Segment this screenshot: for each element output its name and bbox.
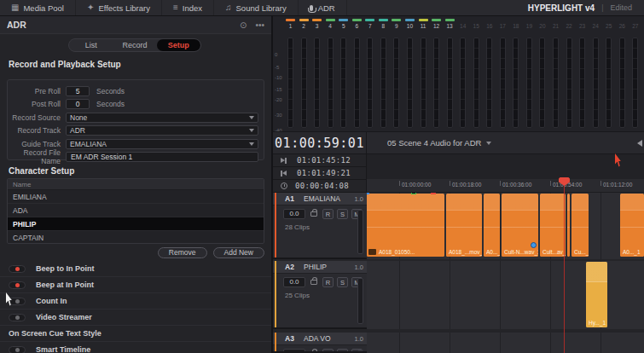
record-track-select[interactable]: ADR bbox=[66, 125, 258, 136]
field-label: Post Roll bbox=[8, 100, 66, 108]
lock-icon[interactable] bbox=[310, 280, 317, 285]
audio-clip[interactable]: Hy..._1 bbox=[586, 262, 607, 327]
track-r-button[interactable]: R bbox=[322, 209, 334, 219]
timeline-start-marker[interactable] bbox=[367, 193, 369, 194]
tab-record[interactable]: Record bbox=[113, 39, 156, 51]
track-clip-count: 28 Clips bbox=[285, 223, 367, 231]
clip-blue-marker[interactable] bbox=[531, 242, 537, 248]
audio-clip[interactable]: A0..._1 bbox=[484, 194, 500, 257]
chevron-down-icon bbox=[249, 129, 254, 132]
channel-number: 18 bbox=[510, 23, 521, 29]
in-point-timecode[interactable]: 01:01:45:12 bbox=[297, 156, 351, 165]
audio-clip[interactable]: A018_01050... bbox=[367, 194, 444, 257]
record-source-select[interactable]: None bbox=[66, 113, 258, 123]
grid-line bbox=[500, 261, 501, 329]
speaker-icon[interactable] bbox=[637, 140, 642, 147]
pre-roll-input[interactable]: 5 bbox=[66, 86, 90, 96]
post-roll-input[interactable]: 0 bbox=[66, 99, 90, 109]
option-row-beep-at-in-point[interactable]: Beep at In Point bbox=[0, 277, 271, 293]
duration-timecode[interactable]: 00:00:04:08 bbox=[295, 182, 349, 190]
channel-color-cap bbox=[352, 19, 362, 21]
record-setup-group: Pre Roll5SecondsPost Roll0SecondsRecord … bbox=[7, 79, 264, 160]
tab-setup[interactable]: Setup bbox=[157, 39, 200, 51]
ruler-timecode-label: 01:00:36:00 bbox=[502, 182, 531, 188]
track-fader-value[interactable]: 0.0 bbox=[283, 209, 305, 219]
channel-number: 14 bbox=[457, 23, 468, 29]
option-row-video-streamer[interactable]: Video Streamer bbox=[0, 310, 271, 326]
toggle-beep-to-in-point[interactable] bbox=[9, 265, 26, 273]
toggle-beep-at-in-point[interactable] bbox=[9, 281, 26, 289]
toolbar-button-index[interactable]: ≡Index bbox=[162, 0, 214, 15]
channel-number: 19 bbox=[524, 23, 535, 29]
panel-options-icon[interactable]: ••• bbox=[255, 20, 264, 30]
character-row-ada[interactable]: ADA bbox=[8, 204, 264, 217]
channel-number: 21 bbox=[550, 23, 561, 29]
meter-bar bbox=[287, 38, 293, 128]
timeline-ruler[interactable]: 01:00:00:0001:00:18:0001:00:36:0001:00:5… bbox=[367, 179, 644, 193]
grid-line bbox=[500, 193, 501, 259]
toolbar-button-adr[interactable]: ADR bbox=[299, 0, 347, 15]
track-r-button[interactable]: R bbox=[322, 349, 334, 353]
duration-row[interactable]: 00:00:04:08 bbox=[273, 180, 367, 193]
meter-bar bbox=[566, 38, 572, 128]
toggle-video-streamer[interactable] bbox=[9, 314, 26, 321]
audio-clip[interactable] bbox=[567, 194, 570, 257]
add-character-button[interactable]: Add New bbox=[213, 247, 265, 258]
audio-clip[interactable]: Cult-N...wav_1 bbox=[502, 194, 538, 257]
track-s-button[interactable]: S bbox=[337, 277, 348, 287]
audio-clip[interactable]: Cult...av_1 bbox=[540, 194, 566, 257]
toolbar-button-sound-library[interactable]: ♫Sound Library bbox=[214, 0, 299, 15]
track-name-row[interactable]: A2PHILIP1.0 bbox=[273, 261, 367, 274]
ruler-tick bbox=[450, 181, 450, 186]
track-controls-row: 0.0RSM bbox=[273, 274, 367, 287]
mouse-cursor bbox=[6, 292, 15, 306]
channel-number: 2 bbox=[299, 23, 310, 29]
meter-bar bbox=[340, 38, 346, 128]
audio-clip[interactable]: A018_...mov_1 bbox=[446, 194, 482, 257]
character-row-emiliana[interactable]: EMILIANA bbox=[8, 190, 264, 204]
track-s-button[interactable]: S bbox=[337, 349, 348, 353]
lock-icon[interactable] bbox=[310, 211, 317, 217]
audio-clip[interactable]: A0..._1 bbox=[620, 194, 644, 257]
timeline-lanes: A018_01050...A018_...mov_1A0..._1Cult-N.… bbox=[367, 193, 644, 353]
toggle-on-dot bbox=[15, 283, 20, 287]
character-row-captain[interactable]: CAPTAIN bbox=[8, 231, 264, 244]
out-point-timecode[interactable]: 01:01:49:21 bbox=[297, 169, 351, 177]
toolbar-button-effects-library[interactable]: ✦Effects Library bbox=[76, 0, 162, 15]
toggle-off-dot bbox=[15, 315, 20, 320]
in-point-row[interactable]: 01:01:45:12 bbox=[273, 154, 367, 167]
channel-color-cap bbox=[405, 19, 415, 21]
meter-bar bbox=[579, 38, 585, 128]
track-name-row[interactable]: A1EMALIANA1.0 bbox=[273, 193, 367, 205]
tab-list[interactable]: List bbox=[69, 39, 113, 51]
track-r-button[interactable]: R bbox=[322, 277, 334, 287]
character-row-philip[interactable]: PHILIP bbox=[8, 217, 264, 231]
audio-clip[interactable]: Cu..._1 bbox=[571, 194, 589, 257]
toggle-smart-timeline[interactable] bbox=[9, 346, 26, 353]
clip-label: Hy..._1 bbox=[589, 320, 606, 326]
option-row-beep-to-in-point[interactable]: Beep to In Point bbox=[0, 261, 271, 277]
timeline-name-chevron-icon[interactable] bbox=[486, 142, 491, 145]
track-fader-value[interactable]: 0.0 bbox=[283, 277, 305, 287]
playhead-line[interactable] bbox=[564, 179, 565, 353]
panel-pin-icon[interactable]: ⊙ bbox=[240, 20, 247, 30]
option-row-smart-timeline[interactable]: Smart Timeline bbox=[0, 342, 271, 353]
clip-label: A0..._1 bbox=[623, 249, 641, 255]
out-point-row[interactable]: 01:01:49:21 bbox=[273, 167, 367, 180]
track-s-button[interactable]: S bbox=[337, 209, 348, 219]
timeline-name[interactable]: 05 Scene 4 Audio for ADR bbox=[387, 138, 481, 148]
red-marker[interactable] bbox=[431, 193, 436, 194]
green-marker[interactable] bbox=[411, 193, 416, 194]
track-name-row[interactable]: A3ADA VO1.0 bbox=[273, 333, 367, 345]
grid-line bbox=[399, 333, 400, 353]
guide-track-select[interactable]: EMALIANA bbox=[66, 139, 258, 149]
option-row-count-in[interactable]: Count In bbox=[0, 293, 271, 310]
track-controls-row: 5.8RSM bbox=[273, 345, 367, 353]
toolbar-button-label: Index bbox=[183, 3, 202, 13]
meter-bar bbox=[367, 38, 373, 128]
remove-character-button[interactable]: Remove bbox=[158, 247, 207, 258]
toolbar-button-media-pool[interactable]: ▦Media Pool bbox=[0, 0, 76, 15]
record-file-name-input[interactable]: EM ADR Session 1 bbox=[66, 152, 258, 162]
track-name: EMALIANA bbox=[304, 194, 355, 203]
track-fader-value[interactable]: 5.8 bbox=[283, 349, 305, 353]
